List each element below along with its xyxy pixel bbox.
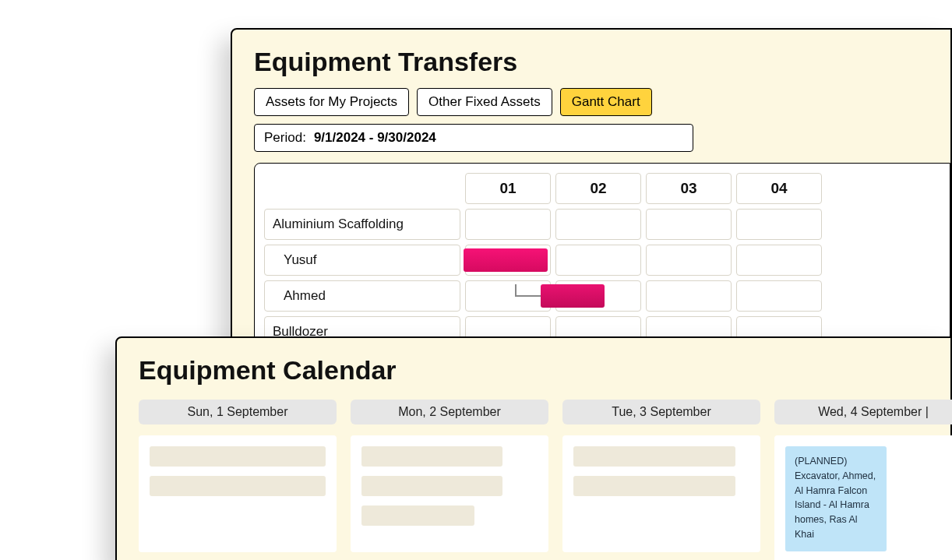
calendar-day-row: Sun, 1 September Mon, 2 September Tue, 3… — [139, 400, 950, 560]
gantt-day-03: 03 — [646, 173, 732, 204]
placeholder-line — [150, 476, 326, 496]
gantt-cell[interactable] — [465, 209, 551, 240]
calendar-event-planned-excavator[interactable]: (PLANNED) Excavator, Ahmed, Al Hamra Fal… — [785, 446, 887, 551]
gantt-header-spacer — [264, 173, 460, 204]
gantt-cell[interactable] — [646, 280, 732, 312]
gantt-bar-ahmed[interactable] — [541, 284, 605, 308]
calendar-day-col-tue: Tue, 3 September — [562, 400, 760, 560]
placeholder-line — [150, 446, 326, 467]
window-equipment-transfers: Equipment Transfers Assets for My Projec… — [231, 28, 952, 376]
calendar-day-header: Sun, 1 September — [139, 400, 337, 424]
transfers-title: Equipment Transfers — [254, 47, 950, 77]
calendar-day-col-sun: Sun, 1 September — [139, 400, 337, 560]
gantt-chart: 01 02 03 04 Aluminium Scaffolding Yusuf … — [254, 163, 950, 357]
calendar-day-card[interactable]: (PLANNED) Excavator, Ahmed, Al Hamra Fal… — [774, 435, 952, 560]
calendar-day-col-mon: Mon, 2 September — [351, 400, 548, 560]
gantt-cell[interactable] — [465, 280, 551, 312]
period-value: 9/1/2024 - 9/30/2024 — [314, 130, 436, 146]
gantt-cell[interactable] — [555, 245, 641, 276]
gantt-cell[interactable] — [465, 245, 551, 276]
calendar-day-header: Wed, 4 September | — [774, 400, 952, 424]
calendar-day-card[interactable] — [139, 435, 337, 552]
gantt-grid: 01 02 03 04 Aluminium Scaffolding Yusuf … — [264, 173, 950, 347]
calendar-day-header: Mon, 2 September — [351, 400, 548, 424]
placeholder-line — [361, 476, 502, 496]
gantt-bar-yusuf[interactable] — [464, 248, 548, 272]
tab-other-fixed-assets[interactable]: Other Fixed Assets — [417, 88, 552, 116]
placeholder-line — [573, 446, 735, 467]
gantt-cell[interactable] — [736, 280, 822, 312]
placeholder-line — [361, 505, 474, 526]
period-label: Period: — [264, 130, 306, 146]
gantt-cell[interactable] — [646, 245, 732, 276]
calendar-title: Equipment Calendar — [139, 355, 950, 386]
gantt-day-02: 02 — [555, 173, 641, 204]
calendar-day-header: Tue, 3 September — [562, 400, 760, 424]
gantt-row-yusuf[interactable]: Yusuf — [264, 245, 460, 276]
calendar-day-card[interactable] — [562, 435, 760, 552]
tab-gantt-chart[interactable]: Gantt Chart — [560, 88, 652, 116]
tab-row: Assets for My Projects Other Fixed Asset… — [254, 88, 950, 116]
gantt-cell[interactable] — [555, 280, 641, 312]
gantt-cell[interactable] — [736, 209, 822, 240]
gantt-day-01: 01 — [465, 173, 551, 204]
calendar-day-col-wed: Wed, 4 September | (PLANNED) Excavator, … — [774, 400, 952, 560]
gantt-cell[interactable] — [736, 245, 822, 276]
calendar-day-card[interactable] — [351, 435, 548, 552]
gantt-day-04: 04 — [736, 173, 822, 204]
placeholder-line — [361, 446, 502, 467]
window-equipment-calendar: Equipment Calendar Sun, 1 September Mon,… — [115, 336, 952, 560]
gantt-cell[interactable] — [646, 209, 732, 240]
placeholder-line — [573, 476, 735, 496]
gantt-row-ahmed[interactable]: Ahmed — [264, 280, 460, 312]
tab-assets-my-projects[interactable]: Assets for My Projects — [254, 88, 409, 116]
gantt-row-aluminium-scaffolding[interactable]: Aluminium Scaffolding — [264, 209, 460, 240]
gantt-cell[interactable] — [555, 209, 641, 240]
period-selector[interactable]: Period: 9/1/2024 - 9/30/2024 — [254, 124, 693, 152]
